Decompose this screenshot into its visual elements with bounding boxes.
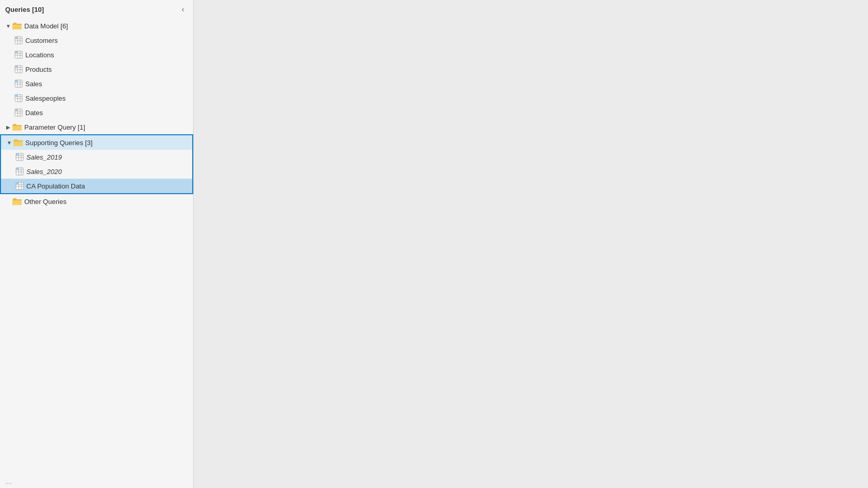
svg-rect-47 xyxy=(16,168,19,170)
svg-rect-29 xyxy=(15,95,18,97)
group-other-queries-label: Other Queries xyxy=(24,198,67,206)
group-parameter-query-label: Parameter Query [1] xyxy=(24,123,85,131)
table-icon-ca-population xyxy=(16,182,24,190)
item-label-products: Products xyxy=(25,66,52,73)
tree-item-products[interactable]: Products xyxy=(0,62,193,76)
collapse-icon: ‹ xyxy=(182,5,184,13)
tree-item-sales-2020[interactable]: Sales_2020 xyxy=(1,164,192,179)
collapse-button[interactable]: ‹ xyxy=(178,4,188,14)
tree-item-sales[interactable]: Sales xyxy=(0,76,193,91)
item-label-sales-2020: Sales_2020 xyxy=(26,168,62,176)
svg-rect-5 xyxy=(15,37,18,39)
supporting-queries-container: ▼ Supporting Queries [3] xyxy=(0,134,193,194)
svg-rect-11 xyxy=(15,51,18,53)
group-other-queries[interactable]: ▶ Other Queries xyxy=(0,194,193,209)
expand-icon-supporting-queries: ▼ xyxy=(5,138,13,147)
sidebar-header: Queries [10] ‹ xyxy=(0,0,193,19)
table-icon-products xyxy=(14,65,23,73)
item-label-dates: Dates xyxy=(25,109,43,117)
query-tree: ▼ Data Model [6] Cus xyxy=(0,19,193,476)
table-icon-sales-2020 xyxy=(16,167,24,176)
tree-item-dates[interactable]: Dates xyxy=(0,105,193,120)
bottom-dots: .... xyxy=(0,476,193,488)
tree-item-salespeoples[interactable]: Salespeoples xyxy=(0,91,193,105)
svg-rect-35 xyxy=(15,109,18,111)
main-content xyxy=(194,0,868,488)
tree-item-sales-2019[interactable]: Sales_2019 xyxy=(1,150,192,164)
table-icon-sales-2019 xyxy=(16,153,24,161)
folder-icon-parameter-query xyxy=(12,123,22,131)
folder-icon-supporting-queries xyxy=(13,139,23,146)
svg-rect-41 xyxy=(16,153,19,155)
table-icon-salespeoples xyxy=(14,94,23,102)
group-data-model[interactable]: ▼ Data Model [6] xyxy=(0,19,193,33)
tree-item-customers[interactable]: Customers xyxy=(0,33,193,48)
expand-icon-parameter-query: ▶ xyxy=(4,123,12,131)
tree-item-locations[interactable]: Locations xyxy=(0,48,193,62)
item-label-sales-2019: Sales_2019 xyxy=(26,153,62,161)
item-label-ca-population: CA Population Data xyxy=(26,182,85,190)
item-label-salespeoples: Salespeoples xyxy=(25,95,66,102)
sidebar-title: Queries [10] xyxy=(5,6,44,13)
svg-rect-23 xyxy=(15,80,18,82)
item-label-sales: Sales xyxy=(25,80,42,88)
item-label-locations: Locations xyxy=(25,51,54,59)
group-data-model-label: Data Model [6] xyxy=(24,22,68,30)
folder-icon-other-queries xyxy=(12,198,22,205)
group-supporting-queries[interactable]: ▼ Supporting Queries [3] xyxy=(1,135,192,150)
sidebar: Queries [10] ‹ ▼ Data Model [6] xyxy=(0,0,194,488)
tree-item-ca-population[interactable]: CA Population Data xyxy=(1,179,192,193)
folder-icon-data-model xyxy=(12,22,22,29)
table-icon-locations xyxy=(14,51,23,59)
svg-rect-53 xyxy=(16,182,19,184)
table-icon-sales xyxy=(14,80,23,88)
expand-icon-data-model: ▼ xyxy=(4,22,12,30)
group-parameter-query[interactable]: ▶ Parameter Query [1] xyxy=(0,120,193,134)
table-icon-dates xyxy=(14,108,23,117)
item-label-customers: Customers xyxy=(25,37,58,44)
group-supporting-queries-label: Supporting Queries [3] xyxy=(25,139,92,147)
table-icon-customers xyxy=(14,36,23,44)
svg-rect-17 xyxy=(15,66,18,68)
